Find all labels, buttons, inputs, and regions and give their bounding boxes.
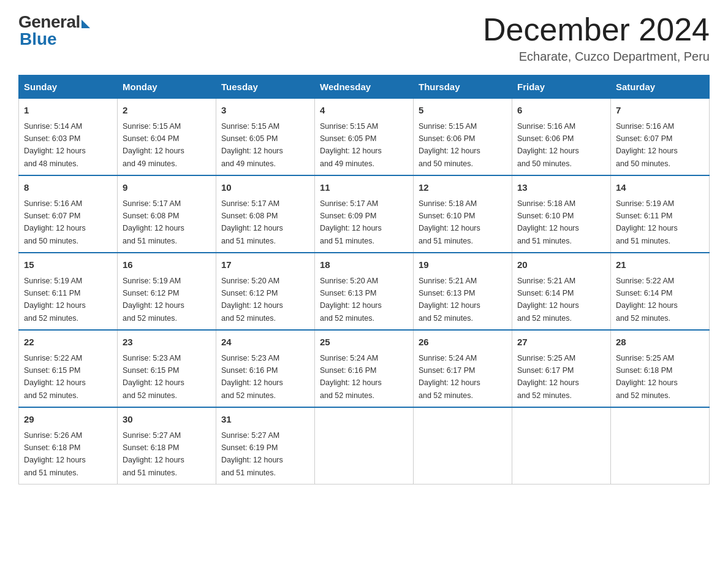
day-cell: 26 Sunrise: 5:24 AMSunset: 6:17 PMDaylig… (414, 330, 512, 407)
day-info: Sunrise: 5:16 AMSunset: 6:07 PMDaylight:… (616, 122, 678, 168)
day-info: Sunrise: 5:15 AMSunset: 6:05 PMDaylight:… (221, 122, 283, 168)
day-info: Sunrise: 5:20 AMSunset: 6:13 PMDaylight:… (320, 277, 382, 323)
day-number: 2 (123, 104, 211, 118)
day-cell: 11 Sunrise: 5:17 AMSunset: 6:09 PMDaylig… (315, 175, 414, 253)
day-cell: 31 Sunrise: 5:27 AMSunset: 6:19 PMDaylig… (216, 407, 315, 484)
day-number: 22 (24, 335, 112, 350)
day-header-friday: Friday (512, 75, 611, 99)
month-title: December 2024 (483, 12, 710, 47)
day-cell: 24 Sunrise: 5:23 AMSunset: 6:16 PMDaylig… (216, 330, 315, 407)
day-cell: 27 Sunrise: 5:25 AMSunset: 6:17 PMDaylig… (512, 330, 611, 407)
day-info: Sunrise: 5:15 AMSunset: 6:05 PMDaylight:… (320, 122, 382, 168)
day-number: 5 (419, 104, 507, 118)
day-cell: 6 Sunrise: 5:16 AMSunset: 6:06 PMDayligh… (512, 99, 611, 176)
day-header-sunday: Sunday (19, 75, 118, 99)
day-cell: 7 Sunrise: 5:16 AMSunset: 6:07 PMDayligh… (611, 99, 710, 176)
week-row-1: 1 Sunrise: 5:14 AMSunset: 6:03 PMDayligh… (19, 99, 710, 176)
day-info: Sunrise: 5:27 AMSunset: 6:18 PMDaylight:… (123, 431, 184, 477)
day-number: 30 (123, 413, 211, 427)
day-header-thursday: Thursday (414, 75, 512, 99)
day-info: Sunrise: 5:17 AMSunset: 6:08 PMDaylight:… (221, 199, 283, 245)
day-cell: 29 Sunrise: 5:26 AMSunset: 6:18 PMDaylig… (19, 407, 118, 484)
day-number: 4 (320, 104, 408, 118)
day-cell: 22 Sunrise: 5:22 AMSunset: 6:15 PMDaylig… (19, 330, 118, 407)
day-info: Sunrise: 5:25 AMSunset: 6:17 PMDaylight:… (517, 354, 579, 400)
logo-triangle-icon (82, 20, 90, 28)
day-cell: 19 Sunrise: 5:21 AMSunset: 6:13 PMDaylig… (414, 253, 512, 330)
day-number: 3 (221, 104, 309, 118)
day-cell: 28 Sunrise: 5:25 AMSunset: 6:18 PMDaylig… (611, 330, 710, 407)
day-number: 8 (24, 181, 112, 195)
day-cell: 2 Sunrise: 5:15 AMSunset: 6:04 PMDayligh… (118, 99, 216, 176)
logo: General Blue (18, 12, 90, 49)
day-cell: 9 Sunrise: 5:17 AMSunset: 6:08 PMDayligh… (118, 175, 216, 253)
week-row-5: 29 Sunrise: 5:26 AMSunset: 6:18 PMDaylig… (19, 407, 710, 484)
day-number: 1 (24, 104, 112, 118)
day-cell: 15 Sunrise: 5:19 AMSunset: 6:11 PMDaylig… (19, 253, 118, 330)
title-area: December 2024 Echarate, Cuzco Department… (483, 12, 710, 64)
day-header-saturday: Saturday (611, 75, 710, 99)
day-info: Sunrise: 5:23 AMSunset: 6:16 PMDaylight:… (221, 354, 283, 400)
location-subtitle: Echarate, Cuzco Department, Peru (483, 50, 710, 64)
day-cell (611, 407, 710, 484)
day-info: Sunrise: 5:14 AMSunset: 6:03 PMDaylight:… (24, 122, 86, 168)
day-info: Sunrise: 5:24 AMSunset: 6:17 PMDaylight:… (419, 354, 480, 400)
logo-blue-text: Blue (20, 29, 57, 49)
page-header: General Blue December 2024 Echarate, Cuz… (18, 12, 710, 64)
day-number: 18 (320, 258, 408, 272)
day-cell: 30 Sunrise: 5:27 AMSunset: 6:18 PMDaylig… (118, 407, 216, 484)
day-cell: 10 Sunrise: 5:17 AMSunset: 6:08 PMDaylig… (216, 175, 315, 253)
day-number: 15 (24, 258, 112, 272)
day-cell (414, 407, 512, 484)
day-cell: 20 Sunrise: 5:21 AMSunset: 6:14 PMDaylig… (512, 253, 611, 330)
day-info: Sunrise: 5:16 AMSunset: 6:06 PMDaylight:… (517, 122, 579, 168)
day-cell: 14 Sunrise: 5:19 AMSunset: 6:11 PMDaylig… (611, 175, 710, 253)
day-number: 26 (419, 335, 507, 350)
day-number: 27 (517, 335, 605, 350)
day-cell: 21 Sunrise: 5:22 AMSunset: 6:14 PMDaylig… (611, 253, 710, 330)
day-cell: 4 Sunrise: 5:15 AMSunset: 6:05 PMDayligh… (315, 99, 414, 176)
day-info: Sunrise: 5:18 AMSunset: 6:10 PMDaylight:… (517, 199, 579, 245)
day-info: Sunrise: 5:16 AMSunset: 6:07 PMDaylight:… (24, 199, 86, 245)
day-info: Sunrise: 5:23 AMSunset: 6:15 PMDaylight:… (123, 354, 184, 400)
day-number: 11 (320, 181, 408, 195)
day-info: Sunrise: 5:20 AMSunset: 6:12 PMDaylight:… (221, 277, 283, 323)
day-number: 14 (616, 181, 704, 195)
day-info: Sunrise: 5:18 AMSunset: 6:10 PMDaylight:… (419, 199, 480, 245)
day-info: Sunrise: 5:19 AMSunset: 6:11 PMDaylight:… (616, 199, 678, 245)
day-cell: 13 Sunrise: 5:18 AMSunset: 6:10 PMDaylig… (512, 175, 611, 253)
day-cell: 16 Sunrise: 5:19 AMSunset: 6:12 PMDaylig… (118, 253, 216, 330)
day-cell: 5 Sunrise: 5:15 AMSunset: 6:06 PMDayligh… (414, 99, 512, 176)
day-number: 19 (419, 258, 507, 272)
day-number: 20 (517, 258, 605, 272)
week-row-4: 22 Sunrise: 5:22 AMSunset: 6:15 PMDaylig… (19, 330, 710, 407)
day-info: Sunrise: 5:15 AMSunset: 6:04 PMDaylight:… (123, 122, 184, 168)
day-header-tuesday: Tuesday (216, 75, 315, 99)
day-number: 28 (616, 335, 704, 350)
day-header-wednesday: Wednesday (315, 75, 414, 99)
day-info: Sunrise: 5:19 AMSunset: 6:12 PMDaylight:… (123, 277, 184, 323)
day-cell (512, 407, 611, 484)
week-row-2: 8 Sunrise: 5:16 AMSunset: 6:07 PMDayligh… (19, 175, 710, 253)
day-number: 9 (123, 181, 211, 195)
day-number: 6 (517, 104, 605, 118)
day-cell: 17 Sunrise: 5:20 AMSunset: 6:12 PMDaylig… (216, 253, 315, 330)
day-cell: 25 Sunrise: 5:24 AMSunset: 6:16 PMDaylig… (315, 330, 414, 407)
day-cell (315, 407, 414, 484)
day-cell: 23 Sunrise: 5:23 AMSunset: 6:15 PMDaylig… (118, 330, 216, 407)
day-info: Sunrise: 5:25 AMSunset: 6:18 PMDaylight:… (616, 354, 678, 400)
day-info: Sunrise: 5:24 AMSunset: 6:16 PMDaylight:… (320, 354, 382, 400)
day-cell: 8 Sunrise: 5:16 AMSunset: 6:07 PMDayligh… (19, 175, 118, 253)
day-info: Sunrise: 5:21 AMSunset: 6:13 PMDaylight:… (419, 277, 480, 323)
day-info: Sunrise: 5:22 AMSunset: 6:15 PMDaylight:… (24, 354, 86, 400)
day-cell: 1 Sunrise: 5:14 AMSunset: 6:03 PMDayligh… (19, 99, 118, 176)
day-number: 13 (517, 181, 605, 195)
day-info: Sunrise: 5:22 AMSunset: 6:14 PMDaylight:… (616, 277, 678, 323)
day-number: 25 (320, 335, 408, 350)
day-info: Sunrise: 5:17 AMSunset: 6:09 PMDaylight:… (320, 199, 382, 245)
header-row: SundayMondayTuesdayWednesdayThursdayFrid… (19, 75, 710, 99)
day-cell: 12 Sunrise: 5:18 AMSunset: 6:10 PMDaylig… (414, 175, 512, 253)
day-cell: 3 Sunrise: 5:15 AMSunset: 6:05 PMDayligh… (216, 99, 315, 176)
day-info: Sunrise: 5:19 AMSunset: 6:11 PMDaylight:… (24, 277, 86, 323)
day-info: Sunrise: 5:17 AMSunset: 6:08 PMDaylight:… (123, 199, 184, 245)
